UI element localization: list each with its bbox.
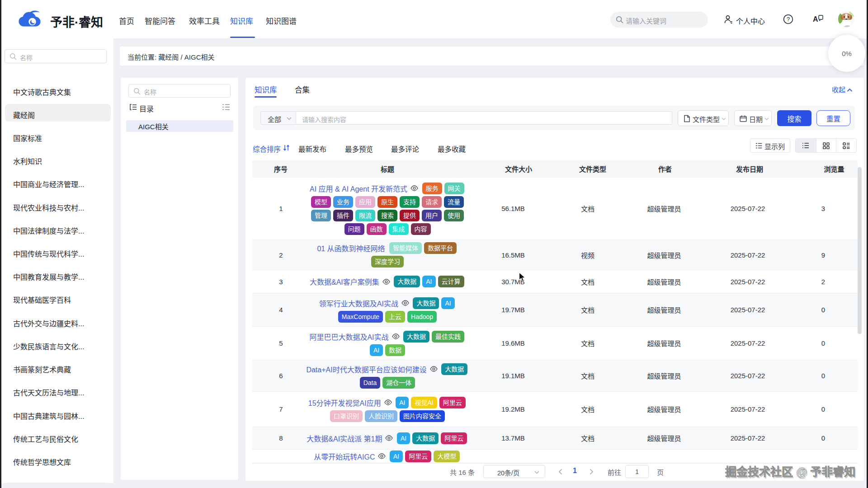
svg-text:A: A	[813, 15, 818, 23]
svg-text:?: ?	[787, 16, 790, 23]
